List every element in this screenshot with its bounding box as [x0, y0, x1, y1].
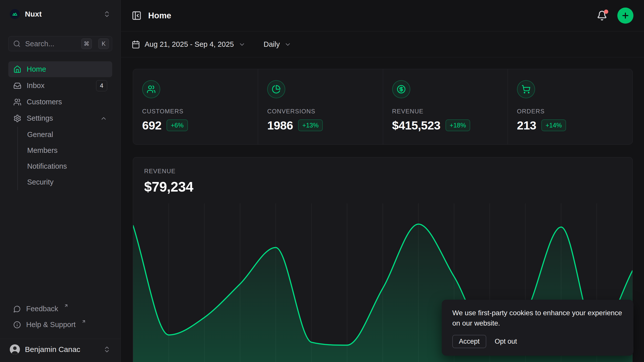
sidebar-item-home[interactable]: Home [8, 61, 112, 77]
stat-value: 213 [517, 118, 536, 132]
external-link-icon [82, 319, 86, 324]
sidebar-subitem-general[interactable]: General [27, 127, 112, 143]
cookie-optout-button[interactable]: Opt out [490, 335, 522, 348]
chevron-down-icon [238, 41, 246, 48]
cookie-message: We use first-party cookies to enhance yo… [452, 308, 623, 328]
stat-label: ORDERS [517, 108, 623, 115]
stat-label: CONVERSIONS [267, 108, 374, 115]
cookie-accept-button[interactable]: Accept [452, 335, 486, 348]
date-range-picker[interactable]: Aug 21, 2025 - Sep 4, 2025 [132, 40, 246, 49]
plus-icon [621, 11, 630, 20]
sidebar-item-label: Feedback [26, 305, 58, 313]
users-icon [13, 98, 21, 106]
inbox-count-badge: 4 [96, 80, 107, 91]
stat-delta-badge: +18% [446, 119, 470, 131]
sidebar-item-help-support[interactable]: Help & Support [8, 317, 112, 333]
sidebar-subitem-members[interactable]: Members [27, 143, 112, 158]
revenue-chart-value: $79,234 [144, 179, 621, 195]
inbox-icon [13, 82, 21, 90]
stat-label: CUSTOMERS [142, 108, 249, 115]
search-icon [13, 40, 21, 48]
stat-customers[interactable]: CUSTOMERS 692 +6% [133, 69, 258, 144]
sidebar-collapse-button[interactable] [132, 11, 142, 21]
chevron-down-icon [284, 41, 291, 48]
nuxt-logo-icon [10, 9, 20, 19]
stat-delta-badge: +14% [541, 119, 566, 131]
stat-revenue[interactable]: REVENUE $415,523 +18% [383, 69, 508, 144]
granularity-value: Daily [264, 40, 280, 49]
calendar-icon [132, 40, 140, 49]
granularity-select[interactable]: Daily [264, 40, 291, 49]
settings-subnav: General Members Notifications Security [17, 127, 112, 190]
sidebar: Nuxt Search... ⌘ K Home [0, 0, 121, 362]
stat-label: REVENUE [392, 108, 499, 115]
dashboard-app: Nuxt Search... ⌘ K Home [0, 0, 644, 362]
user-name: Benjamin Canac [25, 345, 80, 354]
brand-name: Nuxt [25, 10, 42, 18]
user-menu[interactable]: Benjamin Canac [8, 342, 112, 357]
dollar-circle-icon [392, 80, 410, 98]
search-input[interactable]: Search... ⌘ K [8, 36, 112, 51]
kbd-cmd: ⌘ [81, 38, 92, 49]
sidebar-item-settings[interactable]: Settings [8, 110, 112, 126]
workspace-selector[interactable]: Nuxt [8, 6, 112, 22]
sidebar-item-label: Inbox [27, 81, 45, 90]
date-range-value: Aug 21, 2025 - Sep 4, 2025 [145, 40, 234, 49]
search-placeholder: Search... [25, 40, 77, 48]
stats-panel: CUSTOMERS 692 +6% CONVERSIONS 1986 +13% … [133, 69, 633, 145]
sidebar-item-customers[interactable]: Customers [8, 94, 112, 110]
sidebar-subitem-notifications[interactable]: Notifications [27, 158, 112, 174]
add-button[interactable] [617, 8, 633, 24]
stat-orders[interactable]: ORDERS 213 +14% [508, 69, 632, 144]
sidebar-item-label: Help & Support [26, 321, 76, 329]
chat-bubble-icon [13, 305, 21, 313]
sidebar-item-label: Customers [27, 98, 62, 106]
avatar [10, 344, 20, 354]
sidebar-divider [0, 339, 120, 339]
sidebar-item-label: Home [27, 65, 46, 73]
chevrons-up-down-icon [103, 10, 111, 18]
filter-toolbar: Aug 21, 2025 - Sep 4, 2025 Daily [121, 32, 644, 57]
sidebar-item-label: Settings [27, 114, 53, 122]
stat-value: 692 [142, 118, 162, 132]
external-link-icon [64, 303, 68, 308]
users-icon [142, 80, 160, 98]
info-circle-icon [13, 321, 21, 329]
gear-icon [13, 114, 21, 122]
sidebar-item-inbox[interactable]: Inbox 4 [8, 78, 112, 94]
sidebar-nav: Home Inbox 4 Customers Settings [8, 61, 112, 190]
notifications-button[interactable] [597, 10, 608, 21]
sidebar-subitem-security[interactable]: Security [27, 174, 112, 190]
page-title: Home [148, 11, 171, 20]
page-header: Home [121, 0, 644, 31]
stat-value: $415,523 [392, 118, 440, 132]
cart-icon [517, 80, 535, 98]
kbd-k: K [98, 38, 109, 49]
stat-delta-badge: +13% [298, 119, 323, 131]
stat-delta-badge: +6% [167, 119, 188, 131]
chevron-up-icon [100, 115, 107, 122]
cookie-banner: We use first-party cookies to enhance yo… [442, 300, 633, 356]
pie-chart-icon [267, 80, 285, 98]
sidebar-item-feedback[interactable]: Feedback [8, 301, 112, 317]
house-icon [13, 65, 21, 73]
chevrons-up-down-icon [103, 346, 111, 353]
stat-conversions[interactable]: CONVERSIONS 1986 +13% [258, 69, 383, 144]
stat-value: 1986 [267, 118, 293, 132]
revenue-chart-label: REVENUE [144, 168, 621, 175]
notification-dot [604, 10, 608, 14]
